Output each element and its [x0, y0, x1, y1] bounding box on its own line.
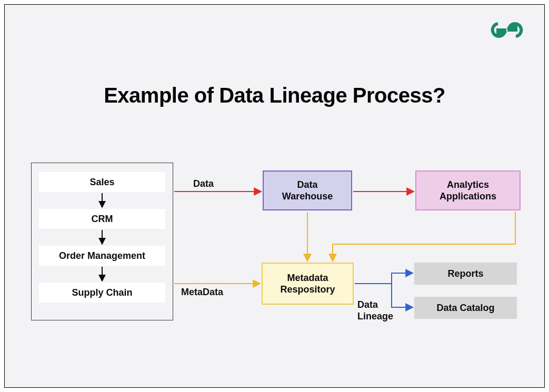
node-analytics: Analytics Applications	[415, 170, 521, 210]
label-metadata: MetaData	[181, 287, 223, 298]
diagram-frame: Example of Data Lineage Process? Sales C…	[4, 4, 545, 388]
source-sales: Sales	[39, 172, 165, 192]
source-order-mgmt: Order Management	[39, 246, 165, 266]
node-data-warehouse: Data Warehouse	[263, 170, 352, 210]
node-reports: Reports	[414, 263, 517, 285]
label-data: Data	[193, 178, 214, 189]
node-metadata-repo: Metadata Respository	[262, 263, 354, 305]
node-data-catalog: Data Catalog	[414, 297, 517, 319]
arrow-metadata-reports	[355, 273, 412, 284]
label-lineage: Data Lineage	[357, 299, 393, 322]
diagram-canvas: Sales CRM Order Management Supply Chain …	[5, 5, 544, 387]
source-supply-chain: Supply Chain	[39, 283, 165, 303]
arrow-analytics-metadata	[333, 212, 515, 260]
source-crm: CRM	[39, 209, 165, 229]
arrow-metadata-catalog	[392, 284, 412, 307]
